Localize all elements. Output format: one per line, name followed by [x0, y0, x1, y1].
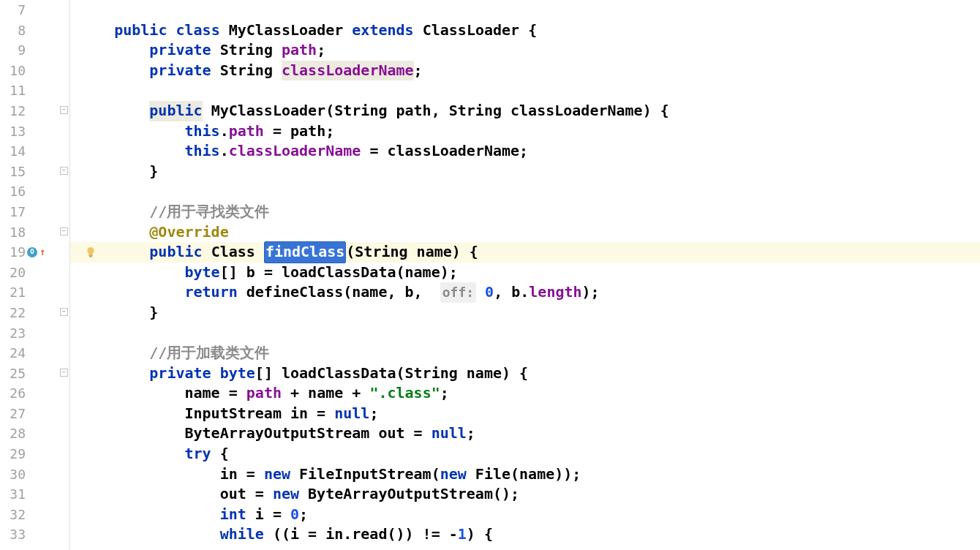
token-field: length: [529, 282, 581, 303]
gutter-line-8[interactable]: 8: [0, 20, 69, 41]
token-plain: ;: [467, 423, 475, 444]
navigate-super-icon[interactable]: ↑: [39, 242, 45, 263]
token-plain: (String path, String classLoaderName) {: [325, 101, 669, 121]
code-line-30[interactable]: in = new FileInputStream(new File(name))…: [70, 464, 980, 485]
token-plain: [414, 20, 423, 41]
code-line-31[interactable]: out = new ByteArrayOutputStream();: [70, 484, 980, 505]
intention-bulb-icon[interactable]: [85, 246, 97, 258]
token-keyword: private: [149, 40, 211, 61]
code-line-11[interactable]: [70, 80, 980, 101]
code-line-16[interactable]: [70, 181, 980, 202]
code-line-13[interactable]: this.path = path;: [70, 121, 980, 142]
gutter-line-33[interactable]: 33: [0, 524, 69, 545]
line-number: 23: [10, 323, 26, 344]
code-line-25[interactable]: private byte[] loadClassData(String name…: [70, 363, 980, 384]
gutter-icons: −: [27, 162, 69, 182]
gutter[interactable]: 789101112−131415−161718−19↑202122−232425…: [0, 0, 70, 550]
gutter-line-14[interactable]: 14: [0, 141, 69, 162]
gutter-line-20[interactable]: 20: [0, 263, 69, 283]
code-line-28[interactable]: ByteArrayOutputStream out = null;: [70, 423, 980, 444]
gutter-icons: −: [27, 222, 69, 243]
code-line-20[interactable]: byte[] b = loadClassData(name);: [70, 263, 980, 283]
gutter-icons: [27, 383, 69, 404]
code-line-32[interactable]: int i = 0;: [70, 505, 980, 525]
token-keyword-hl: public: [149, 101, 202, 121]
code-line-23[interactable]: [70, 323, 980, 344]
gutter-line-31[interactable]: 31: [0, 484, 69, 505]
fold-toggle-icon[interactable]: −: [60, 308, 68, 316]
code-line-15[interactable]: }: [70, 162, 980, 182]
token-paramhint: off:: [440, 282, 476, 303]
indent: [79, 202, 149, 222]
gutter-line-22[interactable]: 22−: [0, 303, 69, 323]
fold-toggle-icon[interactable]: −: [60, 106, 68, 114]
code-editor[interactable]: 789101112−131415−161718−19↑202122−232425…: [0, 0, 980, 550]
gutter-line-28[interactable]: 28: [0, 423, 69, 444]
gutter-line-13[interactable]: 13: [0, 121, 69, 142]
gutter-line-26[interactable]: 26: [0, 383, 69, 404]
gutter-line-16[interactable]: 16: [0, 181, 69, 202]
gutter-line-10[interactable]: 10: [0, 61, 69, 81]
token-plain: out =: [220, 484, 273, 505]
line-number: 8: [18, 20, 26, 41]
indent: [79, 524, 220, 545]
code-line-9[interactable]: private String path;: [70, 40, 980, 61]
gutter-line-12[interactable]: 12−: [0, 101, 69, 121]
indent: [79, 343, 149, 363]
gutter-line-9[interactable]: 9: [0, 40, 69, 61]
code-line-22[interactable]: }: [70, 303, 980, 323]
fold-toggle-icon[interactable]: −: [60, 167, 68, 175]
line-number: 32: [10, 505, 26, 525]
token-keyword: this: [185, 141, 220, 162]
line-number: 25: [10, 363, 26, 384]
gutter-line-19[interactable]: 19↑: [0, 242, 69, 263]
line-number: 10: [10, 61, 26, 81]
indent: [79, 464, 220, 485]
gutter-line-23[interactable]: 23: [0, 323, 69, 344]
line-number: 24: [10, 343, 26, 363]
code-line-26[interactable]: name = path + name + ".class";: [70, 383, 980, 404]
line-number: 12: [10, 101, 26, 121]
gutter-line-11[interactable]: 11: [0, 80, 69, 101]
code-line-29[interactable]: try {: [70, 444, 980, 464]
token-plain: }: [149, 162, 158, 182]
gutter-line-25[interactable]: 25−: [0, 363, 69, 384]
code-line-8[interactable]: public class MyClassLoader extends Class…: [70, 20, 980, 41]
token-plain: [] b = loadClassData(name);: [220, 263, 458, 283]
gutter-line-17[interactable]: 17: [0, 202, 69, 222]
line-number: 13: [10, 121, 26, 142]
token-plain: [203, 101, 211, 121]
code-line-21[interactable]: return defineClass(name, b, off: 0, b.le…: [70, 282, 980, 303]
gutter-line-32[interactable]: 32: [0, 505, 69, 525]
token-keyword: public: [149, 242, 202, 263]
code-line-33[interactable]: while ((i = in.read()) != -1) {: [70, 524, 980, 545]
gutter-icons: −: [27, 101, 69, 121]
fold-toggle-icon[interactable]: −: [60, 369, 68, 377]
gutter-line-29[interactable]: 29: [0, 444, 69, 464]
gutter-line-18[interactable]: 18−: [0, 222, 69, 243]
code-line-18[interactable]: @Override: [70, 222, 980, 243]
code-line-17[interactable]: //用于寻找类文件: [70, 202, 980, 222]
gutter-line-15[interactable]: 15−: [0, 162, 69, 182]
override-method-icon[interactable]: [27, 247, 37, 257]
gutter-line-27[interactable]: 27: [0, 404, 69, 424]
code-line-10[interactable]: private String classLoaderName;: [70, 61, 980, 81]
code-line-14[interactable]: this.classLoaderName = classLoaderName;: [70, 141, 980, 162]
code-line-19[interactable]: public Class findClass(String name) {: [70, 242, 980, 263]
token-type: ClassLoader: [423, 20, 519, 41]
code-line-12[interactable]: public MyClassLoader(String path, String…: [70, 101, 980, 121]
fold-toggle-icon[interactable]: −: [60, 227, 68, 236]
code-line-7[interactable]: [70, 0, 980, 20]
code-area[interactable]: public class MyClassLoader extends Class…: [70, 0, 980, 550]
code-line-24[interactable]: //用于加载类文件: [70, 343, 980, 363]
gutter-line-30[interactable]: 30: [0, 464, 69, 485]
gutter-line-24[interactable]: 24: [0, 343, 69, 363]
line-number: 26: [10, 383, 26, 404]
code-line-27[interactable]: InputStream in = null;: [70, 404, 980, 424]
gutter-line-7[interactable]: 7: [0, 0, 69, 20]
gutter-icons: −: [27, 363, 69, 384]
token-plain: i =: [246, 505, 290, 525]
gutter-icons: [27, 505, 69, 525]
token-plain: ((i = in.read()) != -: [264, 524, 458, 545]
gutter-line-21[interactable]: 21: [0, 282, 69, 303]
